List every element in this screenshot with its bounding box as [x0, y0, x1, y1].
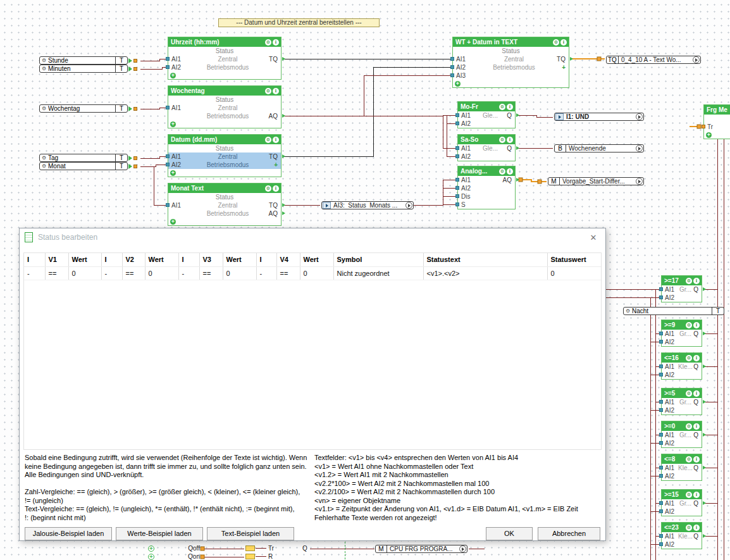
dialog-titlebar[interactable]: Status bearbeiten ✕ [20, 228, 605, 246]
port-ai2[interactable]: AI2 [461, 120, 474, 128]
parameter-box[interactable] [245, 545, 255, 551]
gear-icon[interactable]: ⚙ [499, 104, 505, 110]
block-header[interactable]: Analog... ⚙ i [458, 166, 515, 176]
gear-icon[interactable]: ⚙ [265, 185, 271, 192]
gear-icon[interactable]: ⚙ [686, 390, 692, 397]
output-connector-vorgabe[interactable]: M Vorgabe_Start-Differ... [548, 177, 644, 185]
input-port-marker[interactable] [455, 113, 459, 117]
input-port-marker[interactable] [659, 287, 663, 291]
output-port-marker[interactable] [703, 400, 706, 404]
block-analog[interactable]: Analog... ⚙ i AI1 AQ AI2 Dis S [457, 166, 516, 209]
port-ai1[interactable]: AI1 [171, 152, 188, 161]
info-icon[interactable]: i [693, 423, 700, 430]
port-tq[interactable]: TQ [268, 201, 278, 209]
port-ai1[interactable]: AI1 [665, 398, 677, 406]
input-port-marker[interactable] [455, 146, 459, 150]
port-ai1[interactable]: AI1 [665, 431, 677, 439]
parameter-box[interactable] [245, 554, 255, 559]
input-port-marker[interactable] [166, 163, 170, 166]
input-connector-minuten[interactable]: ⚙ Minuten T [39, 65, 128, 73]
port-q[interactable]: Q [693, 330, 698, 338]
input-port-marker[interactable] [455, 121, 459, 125]
block-header[interactable]: Datum (dd.mm) ⚙ i [168, 135, 281, 144]
port-q[interactable]: Q [693, 363, 698, 371]
port-ai1[interactable]: AI1 [665, 330, 677, 338]
output-port-marker[interactable] [282, 211, 285, 215]
block-header[interactable]: >=5⚙i [662, 389, 702, 398]
block-datum[interactable]: Datum (dd.mm) ⚙ i Status AI1 Zentral TQ … [168, 134, 281, 177]
block-header[interactable]: Wochentag ⚙ i [168, 86, 281, 96]
close-icon[interactable]: ✕ [586, 233, 600, 242]
port-ai1[interactable]: AI1 [461, 111, 474, 120]
port-ai1[interactable]: AI1 [665, 285, 677, 294]
jalousie-beispiel-button[interactable]: Jalousie-Beispiel laden [25, 527, 112, 540]
input-port-marker[interactable] [659, 474, 663, 478]
port-ai1[interactable]: AI1 [665, 363, 677, 371]
input-port-marker[interactable] [659, 542, 663, 546]
info-icon[interactable]: i [273, 137, 279, 143]
threshold-block-6[interactable]: >=15⚙i AI1Gr...Q AI2 [661, 489, 702, 516]
block-sa-so[interactable]: Sa-So ⚙ i AI1 Gle... Q AI2 [457, 134, 516, 161]
port-ai2[interactable]: AI2 [665, 371, 677, 379]
output-port-marker[interactable] [282, 203, 285, 207]
input-port-marker[interactable] [659, 332, 663, 335]
add-port-icon[interactable]: + [148, 554, 154, 560]
port-ai2[interactable]: AI2 [665, 439, 677, 447]
threshold-block-3[interactable]: >=5⚙i AI1Gr...Q AI2 [661, 388, 702, 415]
output-port-marker[interactable] [703, 433, 706, 437]
threshold-block-4[interactable]: >=0⚙i AI1Gr...Q AI2 [661, 421, 702, 448]
info-icon[interactable]: i [693, 355, 700, 361]
expand-plus-icon[interactable]: + [562, 64, 566, 71]
output-connector-wochenende[interactable]: B Wochenende [554, 144, 644, 152]
input-port-marker[interactable] [450, 57, 454, 61]
gear-icon[interactable]: ⚙ [265, 137, 271, 143]
ok-button[interactable]: OK [486, 527, 533, 540]
input-port-marker[interactable] [659, 296, 663, 299]
port-ai2[interactable]: AI2 [665, 338, 677, 346]
input-port-marker[interactable] [659, 433, 663, 437]
info-icon[interactable]: i [273, 88, 279, 94]
input-connector-stunde[interactable]: ⚙ Stunde T [39, 56, 128, 65]
block-header[interactable]: Mo-Fr ⚙ i [458, 102, 515, 111]
port-ai2[interactable]: AI2 [665, 472, 677, 480]
condition-row[interactable]: - == 0 - == 0 - == 0 - == 0 Nicht zugeor… [24, 266, 601, 280]
info-icon[interactable]: i [693, 278, 700, 284]
output-port-marker[interactable] [703, 332, 706, 335]
input-port-marker[interactable] [659, 364, 663, 368]
block-header[interactable]: >=17⚙i [662, 276, 702, 285]
gear-icon[interactable]: ⚙ [686, 423, 692, 430]
threshold-block-1[interactable]: >=9⚙i AI1Gr...Q AI2 [661, 320, 702, 347]
gear-icon[interactable]: ⚙ [499, 137, 505, 143]
port-ai1[interactable]: AI1 [665, 464, 677, 472]
info-icon[interactable]: i [273, 185, 279, 192]
port-ai1[interactable]: AI1 [456, 55, 473, 63]
port-qon[interactable]: Qon [183, 553, 200, 560]
input-port-marker[interactable] [659, 466, 663, 470]
info-icon[interactable]: i [507, 137, 513, 143]
port-ai1[interactable]: AI1 [171, 104, 188, 112]
input-connector-monat[interactable]: ⚙ Monat T [39, 162, 128, 170]
output-port-marker[interactable] [516, 113, 519, 117]
add-port-icon[interactable]: + [170, 170, 176, 176]
block-header[interactable]: <=16⚙i [662, 353, 702, 363]
input-port-marker[interactable] [659, 373, 663, 376]
port-tq[interactable]: TQ [555, 55, 566, 63]
port-dis[interactable]: Dis [461, 192, 474, 201]
block-wt-datum[interactable]: WT + Datum in TEXT ⚙ i Status AI1 Zentra… [452, 37, 569, 88]
add-port-icon[interactable]: + [148, 545, 154, 552]
block-header[interactable]: Frg Me [704, 105, 730, 115]
input-port-marker[interactable] [659, 534, 663, 538]
add-port-icon[interactable]: + [706, 132, 712, 138]
block-header[interactable]: Sa-So ⚙ i [458, 135, 515, 144]
add-port-icon[interactable]: + [170, 73, 176, 78]
input-port-marker[interactable] [659, 408, 663, 412]
input-port-marker[interactable] [659, 441, 663, 445]
port-q[interactable]: Q [507, 111, 512, 120]
port-q[interactable]: Q [693, 431, 698, 439]
output-connector-text-wo[interactable]: TQ 0_4_10 A - Text Wo... [606, 56, 701, 64]
block-frg[interactable]: Frg Me Tr + [703, 104, 730, 139]
port-tr[interactable]: Tr [707, 123, 724, 131]
block-monat-text[interactable]: Monat Text ⚙ i Status AI1 Zentral TQ Bet… [168, 183, 281, 226]
output-port-marker[interactable] [282, 154, 285, 158]
output-port-marker[interactable] [516, 178, 519, 182]
